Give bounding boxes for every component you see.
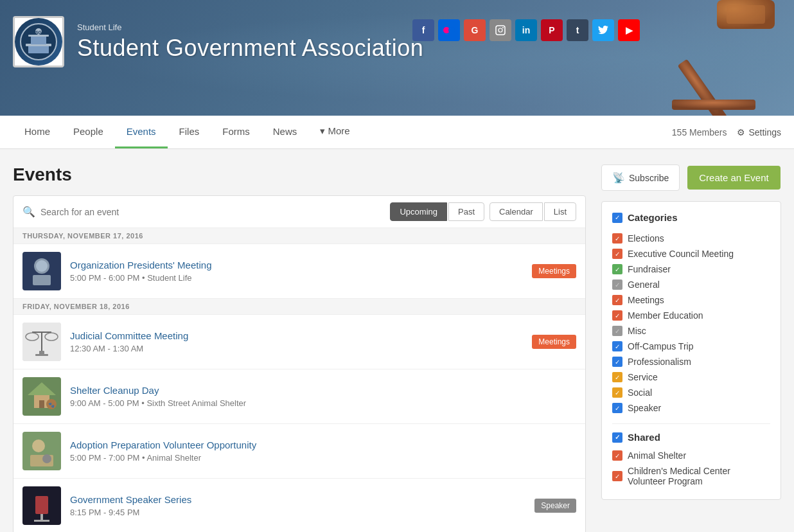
cat-checkbox[interactable]: ✓ — [612, 471, 622, 481]
event-thumb-adoption — [22, 432, 61, 470]
cat-item-general[interactable]: ✓ General — [612, 277, 770, 292]
main-content: Events 🔍 Upcoming Past Calendar List THU… — [0, 149, 794, 532]
cat-item-childrens-medical[interactable]: ✓ Children's Medical Center Volunteer Pr… — [612, 463, 770, 489]
cat-item-elections[interactable]: ✓ Elections — [612, 231, 770, 246]
svg-rect-8 — [28, 35, 49, 37]
event-time: 9:00 AM - 5:00 PM • Sixth Street Animal … — [70, 398, 576, 408]
org-title: Student Government Association — [77, 35, 781, 62]
org-subtitle: Student Life — [77, 22, 781, 32]
event-info: Government Speaker Series 8:15 PM - 9:45… — [70, 494, 525, 517]
cat-checkbox[interactable]: ✓ — [612, 264, 622, 274]
event-item[interactable]: Organization Presidents' Meeting 5:00 PM… — [13, 244, 585, 299]
cat-item-professionalism[interactable]: ✓ Professionalism — [612, 354, 770, 369]
categories-header: ✓ Categories — [612, 212, 770, 223]
filter-upcoming-btn[interactable]: Upcoming — [390, 202, 447, 221]
event-title: Organization Presidents' Meeting — [70, 260, 523, 270]
create-event-button[interactable]: Create an Event — [687, 166, 780, 190]
event-info: Adoption Preparation Volunteer Opportuni… — [70, 439, 576, 463]
event-item[interactable]: Adoption Preparation Volunteer Opportuni… — [13, 424, 585, 479]
settings-link[interactable]: ⚙ Settings — [737, 127, 781, 137]
event-badge-speaker: Speaker — [534, 499, 576, 513]
cat-checkbox[interactable]: ✓ — [612, 372, 622, 382]
cat-item-animal-shelter[interactable]: ✓ Animal Shelter — [612, 448, 770, 463]
cat-checkbox[interactable]: ✓ — [612, 341, 622, 351]
cat-checkbox[interactable]: ✓ — [612, 450, 622, 461]
categories-checkbox[interactable]: ✓ — [612, 213, 622, 223]
svg-point-18 — [36, 260, 48, 272]
cat-label: Elections — [628, 233, 664, 244]
svg-point-34 — [32, 439, 45, 452]
nav-right: 155 Members ⚙ Settings — [672, 127, 781, 137]
event-badge-meetings: Meetings — [532, 335, 576, 349]
events-section: Events 🔍 Upcoming Past Calendar List THU… — [13, 164, 586, 532]
cat-item-misc[interactable]: ✓ Misc — [612, 323, 770, 339]
cat-label: Meetings — [628, 295, 664, 305]
cat-item-off-campus[interactable]: ✓ Off-Campus Trip — [612, 339, 770, 354]
org-logo[interactable]: SG — [13, 16, 64, 67]
filter-past-btn[interactable]: Past — [448, 202, 484, 221]
cat-checkbox[interactable]: ✓ — [612, 233, 622, 244]
cat-checkbox[interactable]: ✓ — [612, 295, 622, 305]
event-thumb-presidents — [22, 252, 61, 290]
cat-item-member-education[interactable]: ✓ Member Education — [612, 308, 770, 323]
cat-label: Professionalism — [628, 357, 691, 367]
cat-item-executive-council[interactable]: ✓ Executive Council Meeting — [612, 246, 770, 262]
shared-checkbox[interactable]: ✓ — [612, 432, 622, 443]
cat-checkbox[interactable]: ✓ — [612, 403, 622, 413]
cat-label: Speaker — [628, 403, 661, 413]
nav-events[interactable]: Events — [115, 116, 168, 148]
event-time: 8:15 PM - 9:45 PM — [70, 508, 525, 517]
nav-files[interactable]: Files — [168, 116, 211, 148]
cat-checkbox[interactable]: ✓ — [612, 357, 622, 367]
event-item[interactable]: Government Speaker Series 8:15 PM - 9:45… — [13, 479, 585, 532]
subscribe-label: Subscribe — [629, 173, 669, 183]
event-thumb-shelter: 🐾 — [22, 377, 61, 416]
event-thumb-speaker — [22, 486, 61, 525]
svg-rect-40 — [34, 520, 49, 522]
rss-icon: 📡 — [612, 172, 625, 184]
categories-panel: ✓ Categories ✓ Elections ✓ Executive Cou… — [601, 201, 781, 500]
cat-label: Member Education — [628, 310, 703, 321]
date-thursday: THURSDAY, NOVEMBER 17, 2016 — [13, 228, 585, 244]
subscribe-button[interactable]: 📡 Subscribe — [601, 164, 680, 191]
nav-home[interactable]: Home — [13, 116, 62, 148]
svg-point-36 — [42, 454, 51, 463]
event-thumb-judicial — [22, 323, 61, 361]
nav-people[interactable]: People — [62, 116, 115, 148]
nav-more[interactable]: ▾ More — [308, 116, 361, 148]
event-item[interactable]: 🐾 Shelter Cleanup Day 9:00 AM - 5:00 PM … — [13, 369, 585, 424]
cat-label: General — [628, 279, 660, 290]
members-count: 155 Members — [672, 127, 727, 137]
cat-label: Children's Medical Center Volunteer Prog… — [628, 466, 770, 486]
nav-bar: Home People Events Files Forms News ▾ Mo… — [0, 116, 794, 149]
filter-buttons: Upcoming Past — [390, 202, 484, 221]
shared-header: ✓ Shared — [612, 432, 770, 443]
cat-checkbox[interactable]: ✓ — [612, 387, 622, 398]
cat-label: Social — [628, 387, 652, 398]
search-icon: 🔍 — [22, 206, 35, 218]
svg-rect-26 — [35, 354, 48, 356]
svg-rect-19 — [33, 275, 51, 285]
cat-item-fundraiser[interactable]: ✓ Fundraiser — [612, 262, 770, 277]
event-title: Shelter Cleanup Day — [70, 385, 576, 396]
cat-label: Fundraiser — [628, 264, 671, 274]
event-item[interactable]: Judicial Committee Meeting 12:30 AM - 1:… — [13, 315, 585, 369]
cat-item-speaker[interactable]: ✓ Speaker — [612, 400, 770, 416]
cat-label: Misc — [628, 326, 646, 336]
cat-item-service[interactable]: ✓ Service — [612, 369, 770, 385]
cat-checkbox[interactable]: ✓ — [612, 279, 622, 290]
cat-checkbox[interactable]: ✓ — [612, 310, 622, 321]
cat-checkbox[interactable]: ✓ — [612, 326, 622, 336]
view-calendar-btn[interactable]: Calendar — [490, 202, 543, 221]
cat-label: Executive Council Meeting — [628, 249, 734, 259]
event-title: Judicial Committee Meeting — [70, 330, 523, 341]
cat-item-meetings[interactable]: ✓ Meetings — [612, 292, 770, 308]
nav-forms[interactable]: Forms — [211, 116, 261, 148]
search-input[interactable] — [40, 207, 390, 217]
cat-checkbox[interactable]: ✓ — [612, 249, 622, 259]
nav-links: Home People Events Files Forms News ▾ Mo… — [13, 116, 672, 148]
nav-news[interactable]: News — [261, 116, 309, 148]
view-list-btn[interactable]: List — [544, 202, 576, 221]
cat-item-social[interactable]: ✓ Social — [612, 385, 770, 400]
sidebar-actions: 📡 Subscribe Create an Event — [601, 164, 781, 191]
